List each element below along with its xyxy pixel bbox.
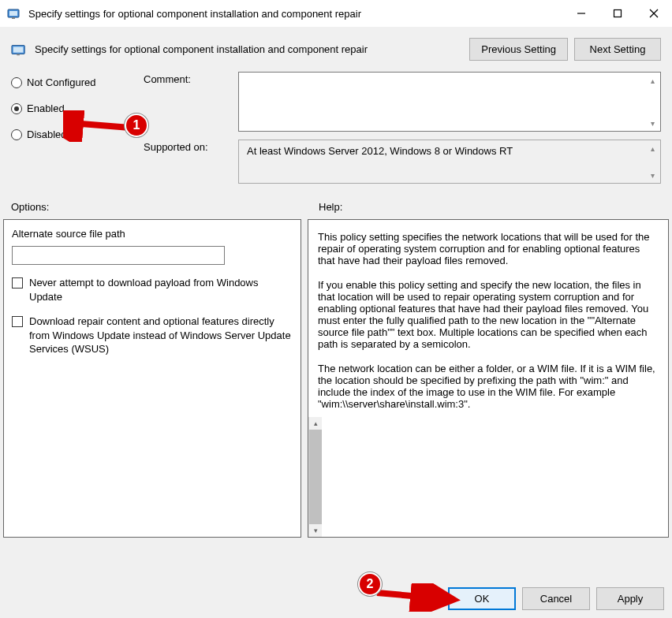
supported-on-box: At least Windows Server 2012, Windows 8 …: [238, 140, 661, 184]
close-button[interactable]: [636, 0, 672, 27]
scroll-up-icon[interactable]: ▴: [646, 74, 659, 87]
checkbox-label: Download repair content and optional fea…: [29, 315, 293, 356]
comment-label: Comment:: [144, 72, 230, 85]
help-scrollbar[interactable]: ▴ ▾: [308, 417, 322, 537]
next-setting-button[interactable]: Next Setting: [574, 38, 661, 61]
policy-header-left: Specify settings for optional component …: [11, 42, 368, 58]
supported-on-text: At least Windows Server 2012, Windows 8 …: [247, 145, 513, 157]
textarea-scroll: ▴ ▾: [646, 74, 659, 129]
radio-icon: [11, 77, 22, 88]
state-radios: Not Configured Enabled Disabled: [11, 72, 129, 184]
ok-button[interactable]: OK: [448, 587, 516, 610]
app-icon: [6, 6, 22, 21]
radio-not-configured[interactable]: Not Configured: [11, 76, 129, 88]
title-bar-left: Specify settings for optional component …: [6, 6, 361, 21]
section-labels: Options: Help:: [0, 187, 672, 216]
supported-label: Supported on:: [144, 140, 230, 153]
form-area: Not Configured Enabled Disabled Comment:…: [0, 65, 672, 187]
policy-header: Specify settings for optional component …: [0, 27, 672, 65]
scrollbar-thumb[interactable]: [309, 430, 322, 524]
radio-label: Disabled: [27, 128, 67, 140]
supported-scroll: ▴ ▾: [646, 142, 659, 181]
apply-button[interactable]: Apply: [596, 587, 664, 610]
radio-label: Enabled: [27, 102, 65, 114]
supported-row: Supported on: At least Windows Server 20…: [144, 140, 661, 184]
window-controls: [563, 0, 672, 27]
svg-rect-8: [13, 47, 24, 52]
radio-icon: [11, 103, 22, 114]
comment-textarea[interactable]: ▴ ▾: [238, 72, 661, 132]
cancel-button[interactable]: Cancel: [522, 587, 590, 610]
alt-source-path-input[interactable]: [12, 246, 225, 265]
dialog-buttons: OK Cancel Apply: [448, 587, 664, 610]
svg-rect-4: [614, 10, 622, 17]
radio-disabled[interactable]: Disabled: [11, 128, 129, 140]
checkbox-label: Never attempt to download payload from W…: [29, 276, 293, 303]
scroll-down-icon[interactable]: ▾: [646, 169, 659, 181]
svg-line-13: [377, 593, 448, 599]
direct-wu-checkbox-row[interactable]: Download repair content and optional fea…: [12, 315, 293, 356]
help-label: Help:: [319, 201, 661, 213]
nav-buttons: Previous Setting Next Setting: [469, 38, 661, 61]
svg-rect-2: [12, 17, 15, 19]
scroll-down-icon[interactable]: ▾: [646, 117, 659, 129]
lower-panels: Alternate source file path Never attempt…: [0, 216, 672, 538]
window-title: Specify settings for optional component …: [28, 8, 361, 20]
checkbox-icon: [12, 277, 23, 289]
never-download-checkbox-row[interactable]: Never attempt to download payload from W…: [12, 276, 293, 303]
title-bar: Specify settings for optional component …: [0, 0, 672, 27]
fields-column: Comment: ▴ ▾ Supported on: At least Wind…: [144, 72, 661, 184]
policy-heading: Specify settings for optional component …: [35, 43, 368, 55]
options-panel: Alternate source file path Never attempt…: [3, 219, 301, 538]
radio-icon: [11, 129, 22, 140]
annotation-badge-2: 2: [358, 572, 382, 596]
help-paragraph: The network location can be either a fol…: [318, 363, 655, 410]
scroll-up-icon[interactable]: ▴: [646, 142, 659, 154]
radio-enabled[interactable]: Enabled: [11, 102, 129, 114]
scroll-down-icon[interactable]: ▾: [309, 524, 322, 537]
help-panel-wrap: This policy setting specifies the networ…: [308, 219, 669, 538]
maximize-button[interactable]: [599, 0, 636, 27]
policy-icon: [11, 42, 27, 58]
svg-rect-9: [17, 54, 20, 55]
comment-row: Comment: ▴ ▾: [144, 72, 661, 132]
alt-source-path-label: Alternate source file path: [12, 228, 293, 240]
minimize-button[interactable]: [563, 0, 599, 27]
radio-label: Not Configured: [27, 76, 95, 88]
options-label: Options:: [11, 201, 303, 213]
help-paragraph: If you enable this policy setting and sp…: [318, 279, 655, 350]
previous-setting-button[interactable]: Previous Setting: [469, 38, 568, 61]
help-paragraph: This policy setting specifies the networ…: [318, 231, 655, 266]
help-panel: This policy setting specifies the networ…: [308, 220, 668, 417]
checkbox-icon: [12, 316, 23, 327]
scroll-up-icon[interactable]: ▴: [309, 417, 322, 430]
svg-rect-1: [9, 11, 17, 16]
